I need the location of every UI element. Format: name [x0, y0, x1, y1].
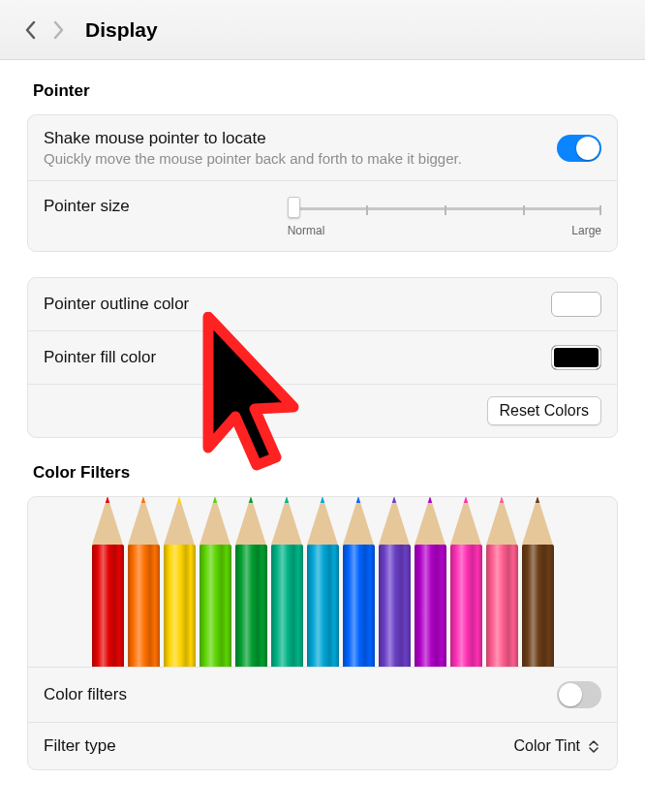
- filter-type-popup[interactable]: Color Tint: [514, 737, 601, 755]
- pointer-section-label: Pointer: [33, 81, 618, 101]
- pointer-panel: Shake mouse pointer to locate Quickly mo…: [27, 114, 618, 252]
- pencil-icon: [235, 497, 267, 667]
- content: Pointer Shake mouse pointer to locate Qu…: [0, 60, 645, 770]
- pointer-size-title: Pointer size: [44, 195, 268, 216]
- pencil-icon: [450, 497, 482, 667]
- pencil-icon: [486, 497, 518, 667]
- fill-color-row: Pointer fill color: [28, 331, 617, 385]
- header: Display: [0, 0, 645, 60]
- shake-to-locate-row: Shake mouse pointer to locate Quickly mo…: [28, 115, 617, 181]
- pencil-icon: [128, 497, 160, 667]
- slider-max-label: Large: [571, 224, 601, 237]
- fill-color-well[interactable]: [551, 345, 601, 370]
- color-filters-row: Color filters: [28, 668, 617, 723]
- pencil-icon: [343, 497, 375, 667]
- pointer-size-slider[interactable]: [288, 195, 601, 222]
- slider-thumb[interactable]: [288, 197, 300, 218]
- color-filters-preview: [28, 497, 617, 668]
- filter-type-row: Filter type Color Tint: [28, 723, 617, 769]
- pencil-icon: [271, 497, 303, 667]
- fill-color-label: Pointer fill color: [44, 348, 551, 367]
- pointer-colors-panel: Pointer outline color Pointer fill color…: [27, 277, 618, 438]
- chevron-right-icon: [51, 20, 65, 40]
- color-filters-label: Color filters: [44, 685, 557, 704]
- pencil-icon: [379, 497, 411, 667]
- pencil-icon: [92, 497, 124, 667]
- reset-colors-row: Reset Colors: [28, 385, 617, 437]
- outline-color-row: Pointer outline color: [28, 278, 617, 331]
- color-filters-toggle[interactable]: [557, 681, 601, 708]
- reset-colors-button[interactable]: Reset Colors: [487, 396, 601, 425]
- shake-title: Shake mouse pointer to locate: [44, 129, 557, 148]
- pencil-icon: [522, 497, 554, 667]
- pencil-icon: [164, 497, 196, 667]
- outline-color-well[interactable]: [551, 292, 601, 317]
- updown-caret-icon: [586, 737, 601, 755]
- pencil-icon: [415, 497, 446, 667]
- page-title: Display: [85, 18, 158, 42]
- shake-subtitle: Quickly move the mouse pointer back and …: [44, 150, 557, 167]
- pencil-icon: [307, 497, 339, 667]
- pointer-size-row: Pointer size Normal Large: [28, 181, 617, 251]
- filter-type-value: Color Tint: [514, 737, 580, 755]
- outline-color-label: Pointer outline color: [44, 295, 551, 314]
- slider-min-label: Normal: [288, 224, 325, 237]
- shake-toggle[interactable]: [557, 135, 601, 162]
- color-filters-panel: Color filters Filter type Color Tint: [27, 496, 618, 770]
- pencil-icon: [200, 497, 231, 667]
- color-filters-section-label: Color Filters: [33, 463, 618, 483]
- filter-type-label: Filter type: [44, 736, 514, 756]
- back-button[interactable]: [17, 16, 45, 44]
- chevron-left-icon: [24, 20, 38, 40]
- forward-button[interactable]: [45, 16, 72, 44]
